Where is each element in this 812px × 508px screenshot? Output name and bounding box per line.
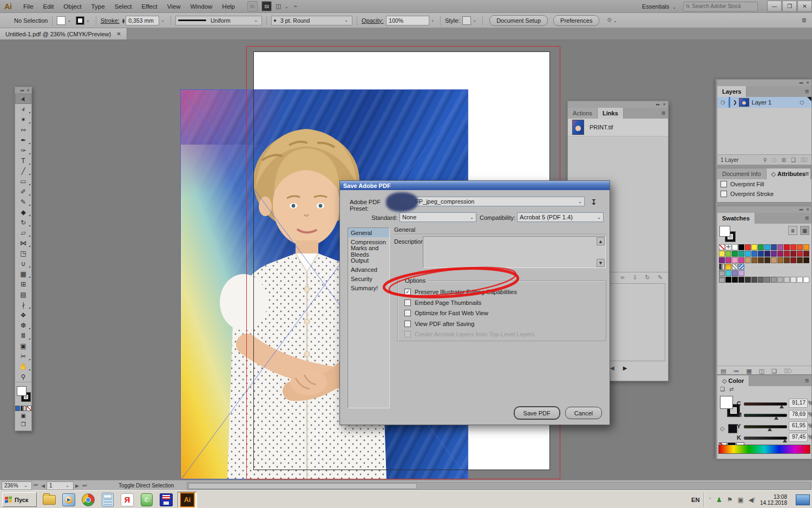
swatch-r2c0[interactable] [719, 257, 725, 263]
swatch-r2c4[interactable] [745, 257, 751, 263]
visibility-eye-icon[interactable]: ⚆ [717, 100, 729, 106]
standard-combo[interactable]: None ⌄ [400, 212, 476, 222]
checkbox-unchecked[interactable] [721, 181, 727, 187]
swatch-r1c1[interactable] [725, 251, 731, 257]
expand-layer-icon[interactable]: ❯ [733, 100, 737, 105]
type-tool[interactable]: T [15, 155, 31, 166]
swatch-r1c12[interactable] [797, 251, 803, 257]
swatch-r2c8[interactable] [771, 257, 777, 263]
swatch-kinds-icon[interactable]: ≔ [733, 368, 739, 375]
first-artboard-icon[interactable]: ⏮ [34, 483, 38, 489]
checkbox-unchecked[interactable] [404, 310, 411, 316]
checkbox-unchecked[interactable] [721, 191, 727, 197]
fill-color-well[interactable] [17, 386, 27, 396]
network-icon[interactable]: ▣ [737, 496, 743, 504]
gamut-color-swatch[interactable] [728, 424, 737, 433]
swatch-libraries-icon[interactable]: ▤ [721, 368, 726, 375]
swatch-gray-2[interactable] [738, 277, 744, 283]
swatch-special-2[interactable] [732, 264, 738, 270]
swatch-r0c9[interactable] [777, 244, 783, 250]
swatches-fill-stroke[interactable] [719, 226, 738, 242]
swatch-r0c5[interactable] [751, 244, 757, 250]
description-textarea[interactable]: ▲ ▼ [423, 236, 606, 268]
swatch-r1c3[interactable] [738, 251, 744, 257]
panel-menu-icon[interactable]: ≣ [805, 377, 809, 383]
swatch-r1c2[interactable] [732, 251, 738, 257]
close-panel-icon[interactable]: ✕ [27, 88, 30, 93]
swatch-r0c2[interactable] [732, 244, 738, 250]
screen-mode-button[interactable]: ❐ [15, 420, 31, 428]
swatch-r1c13[interactable] [803, 251, 809, 257]
swatch-r1c4[interactable] [745, 251, 751, 257]
dialog-title-bar[interactable]: Save Adobe PDF [340, 181, 610, 190]
minimize-button[interactable]: — [767, 1, 782, 12]
cancel-button[interactable]: Cancel [565, 407, 602, 419]
panel-menu-icon[interactable]: ≣ [805, 171, 809, 177]
opacity-expand-icon[interactable]: › [431, 18, 434, 23]
swatch-group-0[interactable] [725, 270, 731, 276]
rotate-tool[interactable]: ↻ [15, 217, 31, 227]
stroke-swatch[interactable] [76, 16, 84, 25]
align-options-icon[interactable]: ⟐⌄ [607, 17, 618, 24]
document-tab[interactable]: Untitled-1.pdf @ 236% (CMYK/Preview) ✕ [0, 28, 127, 40]
copy-color-icon[interactable]: ❏ [720, 386, 725, 392]
compatibility-combo[interactable]: Acrobat 5 (PDF 1.4) ⌄ [517, 212, 604, 222]
option-embed-page-thumbnails[interactable]: Embed Page Thumbnails [404, 299, 481, 306]
attr-overprint-stroke[interactable]: Overprint Stroke [717, 189, 811, 199]
swatch-r0c8[interactable] [771, 244, 777, 250]
swatch-gray-9[interactable] [784, 277, 790, 283]
taskbar-chrome[interactable] [81, 493, 95, 507]
swatch-r0c13[interactable] [803, 244, 809, 250]
swatch-gray-0[interactable] [725, 277, 731, 283]
channel-slider[interactable] [744, 414, 787, 417]
pen-tool[interactable]: ✒ [15, 135, 31, 145]
show-desktop-button[interactable] [796, 494, 810, 505]
panel-menu-icon[interactable]: ≣ [802, 17, 807, 24]
swatch-gray-11[interactable] [797, 277, 803, 283]
section-advanced[interactable]: Advanced [348, 265, 389, 274]
channel-value[interactable]: 97,45 [789, 433, 808, 442]
swatch-r2c7[interactable] [764, 257, 770, 263]
delete-swatch-icon[interactable]: ⌦ [784, 368, 793, 375]
swatch-gray-10[interactable] [790, 277, 796, 283]
artboard-nav-field[interactable]: 1 ⌄ [47, 481, 74, 490]
menu-file[interactable]: File [18, 3, 38, 10]
swatch-r1c8[interactable] [771, 251, 777, 257]
mesh-tool[interactable]: ⊞ [15, 279, 31, 289]
swatch-r1c9[interactable] [777, 251, 783, 257]
panel-menu-icon[interactable]: ≣ [805, 88, 809, 94]
tab-color[interactable]: ◇Color [717, 375, 749, 386]
section-summary-[interactable]: Summary! [348, 283, 389, 292]
layer-row[interactable]: ⚆ ❯ Layer 1 ○ [717, 97, 811, 108]
swatch-r1c6[interactable] [758, 251, 764, 257]
slider-thumb[interactable] [768, 427, 772, 431]
flag-icon[interactable]: ⚑ [727, 496, 733, 504]
blend-tool[interactable]: ❖ [15, 310, 31, 320]
opacity-panel-link[interactable]: Opacity: [362, 17, 383, 24]
previous-artboard-icon[interactable]: ◀ [41, 483, 45, 489]
free-transform-tool[interactable]: ◳ [15, 248, 31, 258]
swatch-r2c2[interactable] [732, 257, 738, 263]
section-marks-and-bleeds[interactable]: Marks and Bleeds [348, 246, 389, 256]
line-segment-tool[interactable]: ╱ [15, 166, 31, 176]
menu-edit[interactable]: Edit [38, 3, 59, 10]
channel-slider[interactable] [744, 425, 787, 428]
swatch-special-0[interactable] [719, 264, 725, 270]
slider-thumb[interactable] [774, 416, 778, 420]
opacity-field[interactable]: 100% [386, 16, 429, 25]
swatch-r0c4[interactable] [745, 244, 751, 250]
tray-expand-icon[interactable]: ˄ [709, 497, 711, 503]
swatch-gray-3[interactable] [745, 277, 751, 283]
restore-button[interactable]: ❐ [782, 1, 797, 12]
preferences-button[interactable]: Preferences [553, 15, 599, 26]
perspective-grid-tool[interactable]: ▦ [15, 269, 31, 279]
gradient-tool[interactable]: ▤ [15, 289, 31, 299]
drawing-mode-button[interactable]: ▣ [15, 411, 31, 420]
curvature-tool[interactable]: ✑ [15, 145, 31, 155]
swatch-r1c10[interactable] [784, 251, 790, 257]
swatch-group-1[interactable] [732, 270, 738, 276]
width-tool[interactable]: ⋈ [15, 238, 31, 248]
next-artboard-icon[interactable]: ▶ [75, 483, 79, 489]
locate-object-icon[interactable]: ⚲ [763, 157, 767, 163]
menu-object[interactable]: Object [58, 3, 86, 10]
